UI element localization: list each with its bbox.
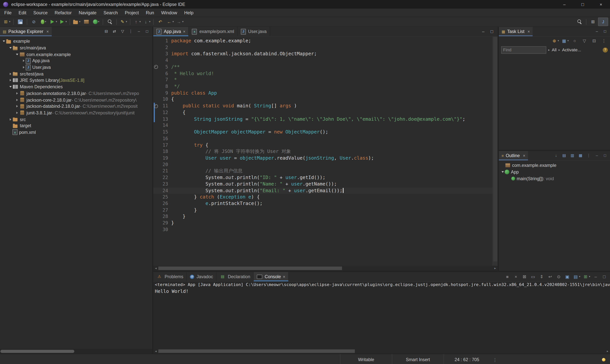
code-line[interactable]: 3import com.fasterxml.jackson.databind.O… bbox=[153, 51, 493, 57]
view-menu-button[interactable]: ⋮ bbox=[127, 28, 135, 35]
console-tab[interactable]: @Javadoc bbox=[187, 272, 217, 281]
tree-item[interactable]: xpom.xml bbox=[0, 129, 152, 136]
forward-button[interactable]: →▾ bbox=[175, 18, 184, 26]
dropdown-arrow-icon[interactable]: ▾ bbox=[9, 20, 10, 23]
open-console-button[interactable]: ⊞▾ bbox=[582, 273, 591, 280]
debug-button[interactable]: ▾ bbox=[39, 18, 48, 26]
view-menu-button[interactable]: ⋮ bbox=[585, 152, 593, 159]
dropdown-arrow-icon[interactable]: ▾ bbox=[45, 20, 46, 23]
dropdown-arrow-icon[interactable]: ▾ bbox=[589, 275, 590, 278]
menu-project[interactable]: Project bbox=[121, 10, 142, 15]
dropdown-arrow-icon[interactable]: ▾ bbox=[56, 20, 57, 23]
collapse-all-button[interactable]: ⊟ bbox=[589, 37, 599, 45]
find-input[interactable] bbox=[501, 46, 546, 53]
expand-arrow-icon[interactable] bbox=[15, 90, 19, 96]
code-line[interactable]: 17 try { bbox=[153, 142, 493, 148]
show-on-stdout-button[interactable]: ▣ bbox=[563, 273, 571, 280]
code-line[interactable]: 12 { bbox=[153, 109, 493, 116]
close-icon[interactable]: × bbox=[523, 153, 525, 158]
close-icon[interactable]: × bbox=[283, 274, 285, 279]
code-line[interactable]: 23 System.out.println("Name: " + user.ge… bbox=[153, 181, 493, 187]
minimize-button[interactable]: – bbox=[593, 28, 601, 35]
remove-all-launches-button[interactable]: ⊠ bbox=[520, 273, 528, 280]
menu-search[interactable]: Search bbox=[100, 10, 121, 15]
remove-launch-button[interactable]: × bbox=[512, 273, 520, 280]
expand-arrow-icon[interactable] bbox=[15, 97, 19, 103]
status-overflow-icon[interactable]: ⋮ bbox=[490, 357, 500, 363]
minimize-button[interactable]: – bbox=[592, 273, 600, 280]
dropdown-arrow-icon[interactable]: ▾ bbox=[558, 39, 559, 42]
tree-item[interactable]: jackson-databind-2.18.0.jar - C:\Users\m… bbox=[0, 103, 152, 109]
new-button[interactable]: ⊞▾ bbox=[2, 18, 11, 26]
console-tab[interactable]: Console× bbox=[254, 272, 289, 281]
code-line[interactable]: 2 bbox=[153, 44, 493, 51]
collapse-arrow-icon[interactable] bbox=[1, 38, 6, 45]
close-window-button[interactable]: × bbox=[592, 0, 610, 9]
collapse-arrow-icon[interactable] bbox=[8, 84, 13, 90]
save-button[interactable] bbox=[16, 18, 25, 26]
editor-h-scrollbar[interactable]: ◂ ▸ bbox=[153, 266, 498, 271]
run-external-tools-button[interactable]: ▾ bbox=[58, 18, 68, 26]
filters-button[interactable]: ▽ bbox=[119, 28, 126, 35]
dropdown-arrow-icon[interactable]: ▾ bbox=[149, 20, 150, 23]
clear-console-button[interactable]: ▭ bbox=[529, 273, 537, 280]
code-line[interactable]: 18 // 将 JSON 字符串转换为 User 对象 bbox=[153, 148, 493, 155]
tree-item[interactable]: JApp.java bbox=[0, 58, 152, 64]
minimize-button[interactable]: – bbox=[479, 28, 487, 35]
word-wrap-button[interactable]: ↩ bbox=[546, 273, 554, 280]
menu-edit[interactable]: Edit bbox=[15, 10, 30, 15]
next-annotation-button[interactable]: ↓▾ bbox=[142, 18, 151, 26]
overview-ruler[interactable] bbox=[493, 37, 498, 266]
console-tab[interactable]: ⚠Problems bbox=[153, 272, 187, 281]
maximize-button[interactable]: □ bbox=[601, 152, 609, 159]
tree-item[interactable]: junit-3.8.1.jar - C:\Users\meowr\.m2\rep… bbox=[0, 110, 152, 116]
editor-tab[interactable]: JUser.java bbox=[238, 27, 270, 36]
explorer-h-scrollbar[interactable] bbox=[0, 349, 152, 353]
hide-fields-button[interactable]: ▤ bbox=[560, 152, 568, 159]
display-selected-console-button[interactable]: ▤▾ bbox=[572, 273, 581, 280]
hide-static-members-button[interactable]: ▥ bbox=[569, 152, 576, 159]
dropdown-arrow-icon[interactable]: ▾ bbox=[79, 20, 80, 23]
help-icon[interactable]: ? bbox=[603, 47, 608, 52]
code-line[interactable]: 22 System.out.println("ID: " + user.getI… bbox=[153, 174, 493, 181]
new-task-button[interactable]: ⊕▾ bbox=[550, 37, 560, 45]
code-line[interactable]: 19 User user = objectMapper.readValue(js… bbox=[153, 155, 493, 161]
categorized-button[interactable]: ▦▾ bbox=[560, 37, 570, 45]
dropdown-arrow-icon[interactable]: ▾ bbox=[139, 20, 141, 23]
dropdown-arrow-icon[interactable]: ▾ bbox=[126, 20, 127, 23]
toggle-mark-occurrences-button[interactable]: ✎▾ bbox=[119, 18, 128, 26]
maximize-button[interactable]: □ bbox=[143, 28, 151, 35]
tree-item[interactable]: JUser.java bbox=[0, 64, 152, 71]
maximize-button[interactable]: □ bbox=[600, 273, 608, 280]
hide-non-public-button[interactable]: ▦ bbox=[577, 152, 584, 159]
notification-bulb-icon[interactable] bbox=[602, 358, 605, 361]
outline-tab[interactable]: ≡ Outline × bbox=[499, 151, 528, 160]
console-output[interactable]: Hello World! bbox=[153, 288, 610, 349]
scrollbar-thumb[interactable] bbox=[0, 350, 74, 353]
code-line[interactable]: 26 e.printStackTrace(); bbox=[153, 200, 493, 207]
console-tab[interactable]: ▤Declaration bbox=[217, 272, 254, 281]
expand-arrow-icon[interactable] bbox=[21, 64, 26, 71]
menu-file[interactable]: File bbox=[1, 10, 15, 15]
tree-item[interactable]: Maven Dependencies bbox=[0, 83, 152, 90]
code-line[interactable]: 28 } bbox=[153, 213, 493, 220]
open-perspective-button[interactable]: ⊞ bbox=[588, 18, 597, 26]
minimize-button[interactable]: – bbox=[593, 152, 601, 159]
code-line[interactable]: 16 bbox=[153, 135, 493, 142]
back-button[interactable]: ←▾ bbox=[165, 18, 175, 26]
collapse-arrow-icon[interactable] bbox=[500, 169, 505, 175]
code-line[interactable]: 13 String jsonString = "{\"id\": 1, \"na… bbox=[153, 116, 493, 122]
code-editor[interactable]: 1package com.example.example;23import co… bbox=[153, 37, 493, 266]
tree-item[interactable]: example bbox=[0, 38, 152, 45]
expand-arrow-icon[interactable] bbox=[15, 110, 19, 116]
dropdown-arrow-icon[interactable]: ▾ bbox=[568, 39, 569, 42]
expand-arrow-icon[interactable] bbox=[8, 71, 13, 77]
task-list-tab[interactable]: ▦ Task List × bbox=[499, 27, 532, 36]
link-with-editor-button[interactable]: ⇄ bbox=[111, 28, 118, 35]
schedule-button[interactable]: ○ bbox=[570, 37, 579, 45]
scroll-left-icon[interactable]: ◂ bbox=[153, 266, 158, 271]
expand-arrow-icon[interactable] bbox=[8, 116, 13, 122]
collapse-all-button[interactable]: ⊟ bbox=[102, 28, 110, 35]
code-line[interactable]: 30 bbox=[153, 226, 493, 233]
code-line[interactable]: 4 bbox=[153, 57, 493, 64]
